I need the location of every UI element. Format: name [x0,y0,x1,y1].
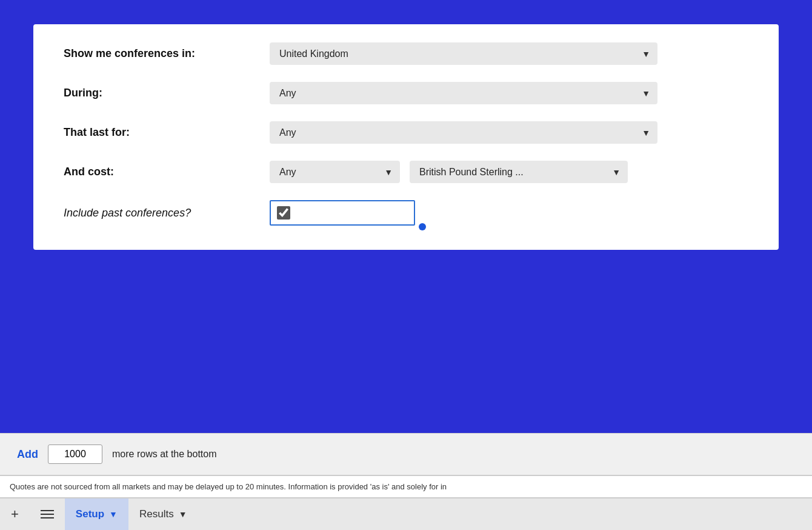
during-row: During: Any ▼ [64,82,748,104]
cost-selects-group: Any ▼ British Pound Sterling ... ▼ [270,161,628,183]
add-tab-button[interactable]: + [0,498,30,530]
and-cost-label: And cost: [64,166,270,178]
results-tab[interactable]: Results ▼ [128,498,198,530]
tab-bar: + Setup ▼ Results ▼ [0,497,812,530]
and-cost-row: And cost: Any ▼ British Pound Sterling .… [64,161,748,183]
results-tab-label: Results [139,508,174,520]
hamburger-icon [41,510,54,518]
form-card: Show me conferences in: United Kingdom ▼… [33,24,779,250]
focus-indicator [419,223,426,230]
during-label: During: [64,87,270,99]
disclaimer-text: Quotes are not sourced from all markets … [10,482,447,491]
include-past-checkbox[interactable] [277,206,290,220]
rows-suffix-label: more rows at the bottom [112,449,217,460]
include-past-checkbox-container [270,200,415,226]
disclaimer-bar: Quotes are not sourced from all markets … [0,475,812,497]
setup-tab-label: Setup [76,508,104,520]
that-last-for-select-wrapper: Any ▼ [270,121,657,144]
add-button[interactable]: Add [17,448,38,461]
include-past-label: Include past conferences? [64,207,270,220]
menu-button[interactable] [30,498,65,530]
show-me-select[interactable]: United Kingdom [270,42,657,65]
currency-select[interactable]: British Pound Sterling ... [410,161,628,183]
that-last-for-select[interactable]: Any [270,121,657,144]
that-last-for-row: That last for: Any ▼ [64,121,748,144]
add-rows-area: Add more rows at the bottom [0,433,812,475]
setup-tab-chevron-icon: ▼ [109,509,118,519]
results-tab-chevron-icon: ▼ [179,509,187,519]
setup-tab[interactable]: Setup ▼ [65,498,128,530]
currency-select-wrapper: British Pound Sterling ... ▼ [410,161,628,183]
during-select-wrapper: Any ▼ [270,82,657,104]
cost-amount-select[interactable]: Any [270,161,400,183]
plus-icon: + [11,506,19,522]
rows-count-input[interactable] [48,444,102,464]
show-me-label: Show me conferences in: [64,47,270,60]
blue-background: Show me conferences in: United Kingdom ▼… [0,0,812,433]
show-me-select-wrapper: United Kingdom ▼ [270,42,657,65]
that-last-for-label: That last for: [64,126,270,139]
include-past-row: Include past conferences? [64,200,748,226]
cost-amount-select-wrapper: Any ▼ [270,161,400,183]
during-select[interactable]: Any [270,82,657,104]
include-past-checkbox-wrapper [270,200,415,226]
show-me-row: Show me conferences in: United Kingdom ▼ [64,42,748,65]
